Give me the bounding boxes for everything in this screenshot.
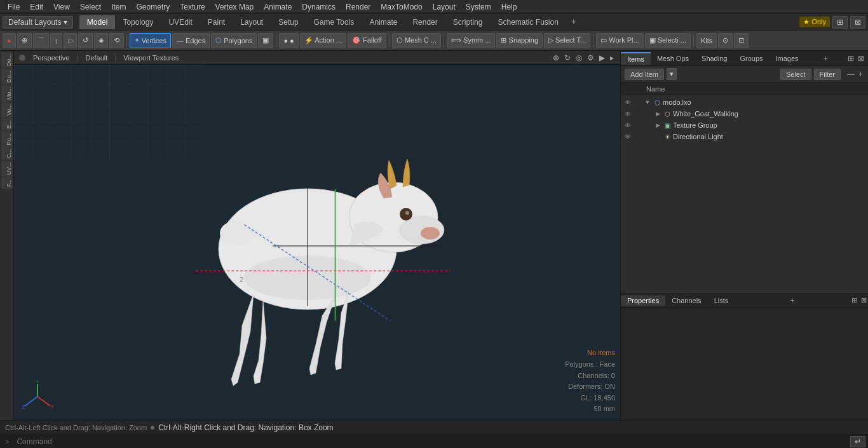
menu-render[interactable]: Render xyxy=(341,1,376,13)
item-row-goat[interactable]: 👁 ▶ ⬡ White_Goat_Walking xyxy=(621,108,868,119)
dots-btn[interactable]: ● ● xyxy=(279,33,298,48)
falloff-btn[interactable]: 🎯 Falloff xyxy=(348,33,386,48)
viewport-style-label[interactable]: Default xyxy=(83,54,110,62)
panel-close-icon[interactable]: ⊠ xyxy=(857,54,865,63)
viewport-toggle-dot[interactable] xyxy=(19,55,25,61)
menu-texture[interactable]: Texture xyxy=(175,1,210,13)
tab-uvedit[interactable]: UVEdit xyxy=(161,15,200,29)
items-minus-icon[interactable]: — xyxy=(846,69,856,80)
tab-gametools[interactable]: Game Tools xyxy=(306,15,362,29)
item-expand-texture[interactable]: ▶ xyxy=(654,121,661,129)
menu-file[interactable]: File xyxy=(3,1,25,13)
layout-dropdown[interactable]: Default Layouts ▾ xyxy=(3,16,73,29)
polygons-btn[interactable]: ⬠ Polygons xyxy=(211,33,257,48)
item-eye-texture[interactable]: 👁 xyxy=(623,121,632,130)
layout-close-btn[interactable]: ⊠ xyxy=(850,16,865,29)
render-dot-btn[interactable]: ● xyxy=(3,33,16,48)
tab-topology[interactable]: Topology xyxy=(115,15,161,29)
panel-expand-icon[interactable]: ⊞ xyxy=(846,54,855,63)
panel-tab-meshops[interactable]: Mesh Ops xyxy=(651,53,695,64)
menu-system[interactable]: System xyxy=(461,1,496,13)
props-tab-lists[interactable]: Lists xyxy=(708,295,735,306)
sidebar-edge[interactable]: E... xyxy=(1,118,13,131)
item-row-texture[interactable]: 👁 ▶ ▣ Texture Group xyxy=(621,119,868,131)
tab-layout[interactable]: Layout xyxy=(233,15,271,29)
panel-tab-groups[interactable]: Groups xyxy=(733,53,769,64)
origin-btn[interactable]: ⊕ xyxy=(17,33,32,48)
icon-btn-1[interactable]: ⊙ xyxy=(718,33,733,48)
props-close-icon[interactable]: ⊠ xyxy=(860,295,868,306)
menu-layout[interactable]: Layout xyxy=(428,1,461,13)
item-expand-modolxo[interactable]: ▼ xyxy=(644,98,651,106)
sidebar-uv[interactable]: UV... xyxy=(1,161,13,177)
tab-scripting[interactable]: Scripting xyxy=(445,15,491,29)
symm-btn[interactable]: ⟺ Symm ... xyxy=(447,33,495,48)
command-submit-btn[interactable]: ↵ xyxy=(850,436,865,447)
item-row-modolxo[interactable]: 👁 ▼ ⬡ modo.lxo xyxy=(621,97,868,108)
menu-maxtomodo[interactable]: MaxToModo xyxy=(376,1,427,13)
select-btn[interactable]: Select xyxy=(780,69,811,80)
sidebar-polygon[interactable]: Po... xyxy=(1,132,13,147)
menu-item[interactable]: Item xyxy=(106,1,131,13)
items-list-scroll[interactable]: 👁 ▼ ⬡ modo.lxo 👁 ▶ ⬡ White_Goat_Walking xyxy=(621,95,868,293)
viewport-shading-label[interactable]: Viewport Textures xyxy=(121,54,181,62)
workplane-btn[interactable]: ▭ Work Pl... xyxy=(596,33,644,48)
item-eye-modolxo[interactable]: 👁 xyxy=(623,98,632,107)
sidebar-mesh[interactable]: Me... xyxy=(1,85,13,102)
menu-help[interactable]: Help xyxy=(496,1,522,13)
tab-model[interactable]: Model xyxy=(79,15,116,29)
edges-btn[interactable]: — Edges xyxy=(172,33,210,48)
menu-select[interactable]: Select xyxy=(75,1,106,13)
panel-tab-add[interactable]: + xyxy=(818,52,833,65)
menu-dynamics[interactable]: Dynamics xyxy=(297,1,341,13)
item-expand-goat[interactable]: ▶ xyxy=(654,110,661,118)
vp-arrow-icon[interactable]: ▸ xyxy=(609,53,615,62)
sidebar-falloff[interactable]: F... xyxy=(1,177,13,189)
snap-btn[interactable]: ◈ xyxy=(94,33,108,48)
menu-vertexmap[interactable]: Vertex Map xyxy=(210,1,259,13)
select-tool-btn[interactable]: ▷ Select T... xyxy=(544,33,590,48)
items-plus-icon[interactable]: + xyxy=(857,69,864,80)
panel-tab-shading[interactable]: Shading xyxy=(695,53,733,64)
add-item-btn[interactable]: Add Item xyxy=(625,69,664,80)
box-btn[interactable]: □ xyxy=(64,33,77,48)
props-tab-properties[interactable]: Properties xyxy=(621,295,665,306)
tab-render[interactable]: Render xyxy=(405,15,445,29)
vp-play-icon[interactable]: ▶ xyxy=(598,53,606,62)
kits-btn[interactable]: Kits xyxy=(696,33,717,48)
selection-btn[interactable]: ▣ Selecti ... xyxy=(645,33,691,48)
snapping-btn[interactable]: ⊞ Snapping xyxy=(496,33,543,48)
move-transform-btn[interactable]: ↕ xyxy=(50,33,63,48)
vp-zoom-icon[interactable]: ◎ xyxy=(574,53,583,62)
menu-edit[interactable]: Edit xyxy=(25,1,48,13)
mode-btn[interactable]: ▣ xyxy=(258,33,273,48)
layout-maximize-btn[interactable]: ⊞ xyxy=(832,16,848,29)
rotate-btn[interactable]: ↺ xyxy=(78,33,93,48)
menu-geometry[interactable]: Geometry xyxy=(132,1,175,13)
action-btn[interactable]: ⚡ Action ... xyxy=(300,33,346,48)
mesh-btn[interactable]: ⬡ Mesh C ... xyxy=(392,33,441,48)
undo-redo-btn[interactable]: ⟲ xyxy=(109,33,124,48)
vp-rotate-icon[interactable]: ↻ xyxy=(563,53,572,62)
icon-btn-2[interactable]: ⊡ xyxy=(734,33,749,48)
viewport-canvas[interactable]: 2 No Items Polygons : Face Channels: 0 D… xyxy=(14,65,620,420)
menu-animate[interactable]: Animate xyxy=(259,1,297,13)
item-eye-light[interactable]: 👁 xyxy=(623,132,632,141)
command-input-field[interactable] xyxy=(14,437,850,446)
star-only-badge[interactable]: ★ Only xyxy=(799,17,830,27)
tab-animate[interactable]: Animate xyxy=(362,15,405,29)
menu-view[interactable]: View xyxy=(48,1,75,13)
viewport-camera-label[interactable]: Perspective xyxy=(31,54,72,62)
sidebar-duplicate[interactable]: Du... xyxy=(1,69,13,85)
props-tab-add[interactable]: + xyxy=(785,295,800,306)
lasso-btn[interactable]: ⌒ xyxy=(33,33,49,48)
sidebar-vertex[interactable]: Ve... xyxy=(1,102,13,118)
panel-tab-images[interactable]: Images xyxy=(770,53,805,64)
add-item-dropdown[interactable]: ▾ xyxy=(667,68,677,80)
filter-btn[interactable]: Filter xyxy=(814,69,841,80)
props-tab-channels[interactable]: Channels xyxy=(665,295,707,306)
sidebar-deform[interactable]: De... xyxy=(1,52,13,68)
props-expand-icon[interactable]: ⊞ xyxy=(850,295,858,306)
sidebar-curve[interactable]: C... xyxy=(1,147,13,160)
tab-setup[interactable]: Setup xyxy=(271,15,306,29)
